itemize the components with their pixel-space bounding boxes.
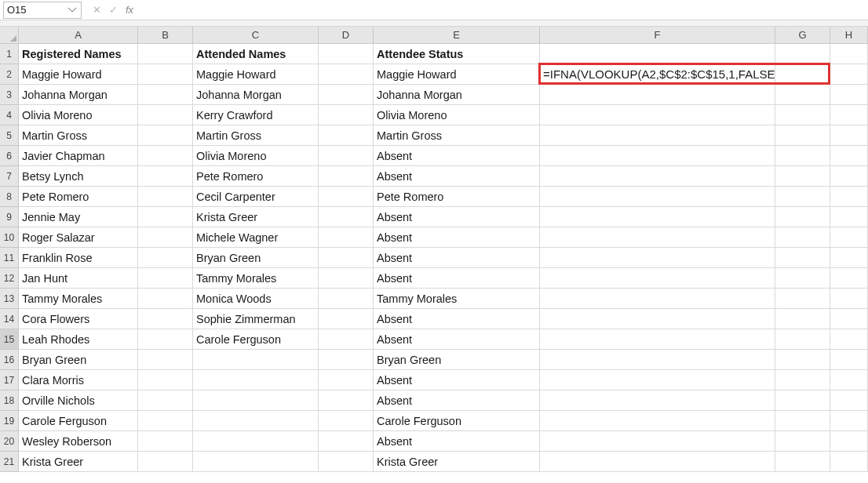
cell[interactable]: Jennie May — [19, 207, 138, 227]
row-header[interactable]: 12 — [0, 268, 19, 289]
cell[interactable]: Tammy Morales — [374, 289, 540, 309]
cell[interactable]: Johanna Morgan — [193, 85, 319, 105]
cell[interactable] — [775, 207, 830, 227]
cell[interactable] — [319, 227, 374, 248]
cell[interactable] — [540, 370, 775, 390]
cell[interactable] — [775, 289, 830, 309]
cell[interactable] — [775, 44, 830, 64]
cell[interactable] — [138, 329, 193, 350]
cell[interactable] — [193, 390, 319, 411]
cell[interactable] — [775, 85, 830, 105]
cell[interactable] — [193, 431, 319, 452]
cell[interactable]: Attended Names — [193, 44, 319, 64]
cell[interactable]: Bryan Green — [19, 350, 138, 370]
cell[interactable] — [193, 350, 319, 370]
cell[interactable] — [319, 329, 374, 350]
cell[interactable] — [775, 187, 830, 207]
chevron-down-icon[interactable] — [67, 5, 78, 16]
cell[interactable]: Pete Romero — [193, 166, 319, 187]
cell[interactable]: Cora Flowers — [19, 309, 138, 329]
cell[interactable] — [830, 166, 868, 187]
cell[interactable]: Javier Chapman — [19, 146, 138, 166]
row-header[interactable]: 8 — [0, 187, 19, 207]
column-header[interactable]: F — [540, 27, 775, 44]
cell[interactable] — [830, 125, 868, 146]
enter-icon[interactable]: ✓ — [109, 4, 118, 16]
cell[interactable] — [830, 390, 868, 411]
cell[interactable] — [319, 309, 374, 329]
cell[interactable]: Jan Hunt — [19, 268, 138, 289]
cell[interactable]: Leah Rhodes — [19, 329, 138, 350]
cell[interactable]: Pete Romero — [374, 187, 540, 207]
row-header[interactable]: 19 — [0, 411, 19, 431]
cell[interactable] — [830, 309, 868, 329]
column-header[interactable]: C — [193, 27, 319, 44]
cell[interactable] — [319, 44, 374, 64]
cell[interactable]: Franklin Rose — [19, 248, 138, 268]
cell[interactable] — [540, 411, 775, 431]
cell[interactable]: Registered Names — [19, 44, 138, 64]
cell[interactable] — [319, 431, 374, 452]
cell[interactable]: Absent — [374, 166, 540, 187]
column-header[interactable]: G — [775, 27, 830, 44]
cell[interactable] — [540, 329, 775, 350]
row-header[interactable]: 4 — [0, 105, 19, 125]
cell[interactable] — [775, 227, 830, 248]
insert-function-icon[interactable]: fx — [126, 4, 133, 16]
row-header[interactable]: 15 — [0, 329, 19, 350]
cell[interactable]: Absent — [374, 227, 540, 248]
cell[interactable] — [138, 431, 193, 452]
row-header[interactable]: 13 — [0, 289, 19, 309]
cell[interactable] — [138, 146, 193, 166]
cell[interactable]: Maggie Howard — [193, 64, 319, 85]
column-header[interactable]: B — [138, 27, 193, 44]
cell[interactable] — [193, 452, 319, 472]
cell[interactable] — [540, 227, 775, 248]
cell[interactable] — [319, 125, 374, 146]
cell[interactable] — [540, 146, 775, 166]
column-header[interactable]: E — [374, 27, 540, 44]
cell[interactable] — [540, 268, 775, 289]
cell[interactable] — [138, 44, 193, 64]
cell[interactable] — [830, 329, 868, 350]
cell[interactable] — [830, 452, 868, 472]
cell[interactable] — [319, 64, 374, 85]
cell[interactable] — [319, 187, 374, 207]
row-header[interactable]: 9 — [0, 207, 19, 227]
cell[interactable]: Maggie Howard — [374, 64, 540, 85]
cell[interactable]: Kerry Crawford — [193, 105, 319, 125]
cell[interactable] — [138, 268, 193, 289]
cell[interactable]: Olivia Moreno — [374, 105, 540, 125]
cell[interactable]: Monica Woods — [193, 289, 319, 309]
cell[interactable] — [540, 431, 775, 452]
cell[interactable]: Absent — [374, 248, 540, 268]
cell[interactable] — [830, 44, 868, 64]
row-header[interactable]: 6 — [0, 146, 19, 166]
cell[interactable]: Martin Gross — [374, 125, 540, 146]
formula-bar-input[interactable] — [144, 2, 865, 19]
cell[interactable] — [775, 309, 830, 329]
cell[interactable]: Olivia Moreno — [19, 105, 138, 125]
cell[interactable]: Clara Morris — [19, 370, 138, 390]
row-header[interactable]: 21 — [0, 452, 19, 472]
cell[interactable]: Wesley Roberson — [19, 431, 138, 452]
cell[interactable] — [193, 411, 319, 431]
cell[interactable] — [138, 85, 193, 105]
cell[interactable]: Johanna Morgan — [374, 85, 540, 105]
cell[interactable]: Absent — [374, 207, 540, 227]
cell[interactable] — [319, 390, 374, 411]
cell[interactable] — [138, 125, 193, 146]
cell[interactable] — [540, 452, 775, 472]
cell[interactable] — [830, 105, 868, 125]
cell[interactable] — [540, 390, 775, 411]
cell[interactable] — [540, 207, 775, 227]
cell[interactable]: Krista Greer — [19, 452, 138, 472]
cell[interactable]: Absent — [374, 268, 540, 289]
cell[interactable] — [775, 166, 830, 187]
cell[interactable] — [138, 411, 193, 431]
row-header[interactable]: 20 — [0, 431, 19, 452]
cancel-icon[interactable]: ✕ — [93, 4, 101, 16]
cell[interactable]: Michele Wagner — [193, 227, 319, 248]
row-header[interactable]: 2 — [0, 64, 19, 85]
cell[interactable] — [775, 268, 830, 289]
